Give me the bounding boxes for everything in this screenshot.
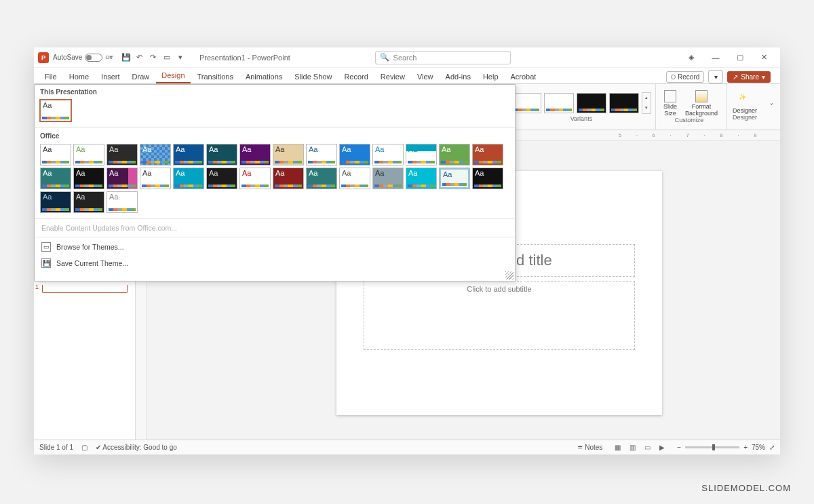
zoom-percent[interactable]: 75% <box>752 444 765 451</box>
zoom-slider[interactable] <box>685 446 739 448</box>
variant-thumb[interactable] <box>577 93 606 113</box>
gallery-section-office: Office <box>35 129 515 142</box>
theme-thumb[interactable]: Aa <box>206 144 237 166</box>
tab-slideshow[interactable]: Slide Show <box>289 70 337 83</box>
tab-animations[interactable]: Animations <box>240 70 288 83</box>
theme-thumb[interactable]: Aa <box>73 191 104 213</box>
slide-thumbnail[interactable] <box>42 285 128 293</box>
maximize-button[interactable]: ▢ <box>729 50 752 65</box>
chevron-down-icon: ▾ <box>762 73 765 81</box>
theme-thumb[interactable]: Aa <box>239 144 271 166</box>
slide-size-button[interactable]: Slide Size <box>660 90 680 117</box>
record-button[interactable]: Record <box>666 71 704 83</box>
language-icon[interactable]: ▢ <box>81 444 88 451</box>
theme-thumb[interactable]: Aa <box>306 168 337 189</box>
tab-addins[interactable]: Add-ins <box>440 70 476 83</box>
variant-thumb[interactable] <box>609 93 639 113</box>
tab-record[interactable]: Record <box>338 70 373 83</box>
slide-size-icon <box>664 90 676 102</box>
undo-icon[interactable]: ↶ <box>134 52 145 63</box>
coming-soon-icon[interactable]: ◈ <box>680 50 703 65</box>
tab-design[interactable]: Design <box>156 69 190 83</box>
start-slideshow-icon[interactable]: ▭ <box>161 52 172 63</box>
theme-thumb[interactable]: Aa <box>73 168 104 189</box>
tab-review[interactable]: Review <box>375 70 410 83</box>
minimize-button[interactable]: — <box>704 50 727 65</box>
theme-thumb[interactable]: Aa <box>439 168 470 189</box>
theme-thumb[interactable]: Aa <box>372 168 404 189</box>
slideshow-view-button[interactable]: ▶ <box>655 442 669 453</box>
close-button[interactable]: ✕ <box>753 50 776 65</box>
tab-acrobat[interactable]: Acrobat <box>505 70 542 83</box>
zoom-out-icon[interactable]: − <box>677 444 681 451</box>
theme-thumb-current[interactable]: Aa <box>40 100 71 121</box>
ribbon-display-options-button[interactable]: ▾ <box>708 70 723 83</box>
theme-thumb[interactable]: Aa <box>273 168 304 189</box>
theme-thumb[interactable]: Aa <box>439 144 470 166</box>
ribbon-tabs: File Home Insert Draw Design Transitions… <box>34 68 780 84</box>
theme-thumb[interactable]: Aa <box>273 144 304 166</box>
theme-thumb[interactable]: Aa <box>406 168 437 189</box>
share-button[interactable]: ↗Share▾ <box>727 71 771 83</box>
theme-thumb[interactable]: Aa <box>106 144 138 166</box>
browse-for-themes-item[interactable]: ▭ Browse for Themes... <box>35 239 515 255</box>
theme-thumb[interactable]: Aa <box>339 168 370 189</box>
variant-thumb[interactable] <box>511 93 541 113</box>
document-title: Presentation1 - PowerPoint <box>199 54 290 62</box>
tab-insert[interactable]: Insert <box>96 70 125 83</box>
variants-expand-button[interactable]: ▴▾ <box>642 92 651 114</box>
theme-thumb[interactable]: Aa <box>472 144 503 166</box>
search-input[interactable]: 🔍 Search <box>375 51 511 64</box>
search-icon: 🔍 <box>380 53 389 62</box>
collapse-ribbon-button[interactable]: ˅ <box>767 102 776 112</box>
search-placeholder: Search <box>393 54 417 62</box>
theme-thumb[interactable]: Aa <box>106 191 138 213</box>
subtitle-placeholder[interactable]: Click to add subtitle <box>364 281 635 350</box>
redo-icon[interactable]: ↷ <box>148 52 159 63</box>
theme-thumb[interactable]: Aa <box>472 168 503 189</box>
tab-file[interactable]: File <box>39 70 62 83</box>
theme-thumb[interactable]: Aa <box>173 144 204 166</box>
theme-thumb[interactable]: Aa <box>140 168 171 189</box>
theme-thumb[interactable]: Aa <box>40 191 71 213</box>
app-window: P AutoSave Off 💾 ↶ ↷ ▭ ▾ Presentation1 -… <box>34 47 780 454</box>
tab-help[interactable]: Help <box>478 70 504 83</box>
reading-view-button[interactable]: ▭ <box>640 442 654 453</box>
toggle-switch-icon[interactable] <box>85 54 102 62</box>
zoom-in-icon[interactable]: + <box>743 444 748 451</box>
theme-thumb[interactable]: Aa <box>106 168 138 189</box>
accessibility-status[interactable]: ✔ Accessibility: Good to go <box>96 444 177 451</box>
theme-thumb[interactable]: Aa <box>173 168 204 189</box>
title-bar: P AutoSave Off 💾 ↶ ↷ ▭ ▾ Presentation1 -… <box>34 47 780 68</box>
theme-thumb[interactable]: Aa <box>306 144 337 166</box>
tab-home[interactable]: Home <box>64 70 94 83</box>
fit-to-window-button[interactable]: ⤢ <box>769 444 775 451</box>
theme-thumb[interactable]: Aa <box>339 144 370 166</box>
theme-thumb[interactable]: Aa <box>40 168 71 189</box>
variant-thumb[interactable] <box>544 93 574 113</box>
format-background-button[interactable]: Format Background <box>684 90 718 117</box>
qat-more-icon[interactable]: ▾ <box>175 52 186 63</box>
theme-thumb[interactable]: Aa <box>73 144 104 166</box>
normal-view-button[interactable]: ▦ <box>610 442 624 453</box>
theme-thumb[interactable]: Aa <box>372 144 404 166</box>
folder-icon: ▭ <box>41 242 51 252</box>
save-current-theme-item[interactable]: 💾 Save Current Theme... <box>35 255 515 271</box>
theme-thumb[interactable]: Aa <box>206 168 237 189</box>
theme-thumb[interactable]: Aa <box>40 144 71 166</box>
designer-button[interactable]: ✨Designer <box>733 94 757 114</box>
slide-sorter-button[interactable]: ▥ <box>625 442 639 453</box>
theme-thumb[interactable]: Aa <box>406 144 437 166</box>
autosave-toggle[interactable]: AutoSave Off <box>53 54 113 62</box>
tab-transitions[interactable]: Transitions <box>192 70 239 83</box>
save-icon[interactable]: 💾 <box>121 52 132 63</box>
theme-thumb[interactable]: Aa <box>140 144 171 166</box>
tab-draw[interactable]: Draw <box>127 70 155 83</box>
tab-view[interactable]: View <box>412 70 439 83</box>
slide-count[interactable]: Slide 1 of 1 <box>39 444 73 451</box>
slide-number: 1 <box>35 284 39 290</box>
notes-button[interactable]: ≐ Notes <box>577 444 602 451</box>
zoom-control[interactable]: − + 75% ⤢ <box>677 444 775 451</box>
resize-grip-icon[interactable] <box>505 271 513 279</box>
theme-thumb[interactable]: Aa <box>239 168 271 189</box>
